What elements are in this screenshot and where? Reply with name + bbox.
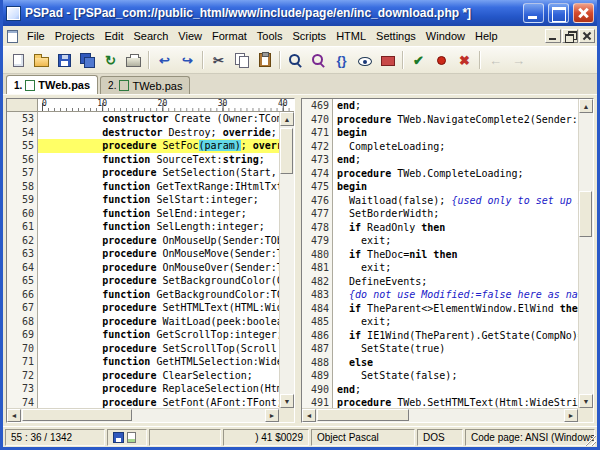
code-page[interactable]: Code page: ANSI (Windows) xyxy=(465,429,595,446)
code-line[interactable]: function SelStart:integer; xyxy=(38,193,279,207)
code-line[interactable]: destructor Destroy; override; xyxy=(38,126,279,140)
code-line[interactable]: if ReadOnly then xyxy=(333,221,578,235)
menu-settings[interactable]: Settings xyxy=(371,27,421,45)
code-line[interactable]: constructor Create (Owner:TComp xyxy=(38,112,279,126)
code-line[interactable]: procedure SetFont(AFont:TFont; xyxy=(38,396,279,409)
code-line[interactable]: procedure SetScrollTop(Scroll xyxy=(38,342,279,356)
minimize-button[interactable] xyxy=(523,3,544,23)
scroll-track[interactable] xyxy=(21,409,265,422)
paste-button[interactable] xyxy=(253,49,276,71)
code-line[interactable]: SetState(false); xyxy=(333,369,578,383)
code-line[interactable]: {do not use Modified:=false here as navi xyxy=(333,288,578,302)
menu-scripts[interactable]: Scripts xyxy=(288,27,332,45)
right-vscrollbar[interactable]: ▲ ▼ xyxy=(578,99,593,408)
code-line[interactable]: procedure SetSelection(Start, xyxy=(38,166,279,180)
code-line[interactable]: if TheParent<>ElementWindow.ElWind then xyxy=(333,302,578,316)
find-replace-button[interactable] xyxy=(307,49,330,71)
code-line[interactable]: procedure OnMouseUp(Sender:TOb xyxy=(38,234,279,248)
scroll-left-button[interactable]: ◄ xyxy=(7,409,21,422)
cut-button[interactable]: ✂ xyxy=(207,49,230,71)
scroll-right-button[interactable]: ► xyxy=(564,409,578,422)
help-book-button[interactable] xyxy=(376,49,399,71)
code-line[interactable]: if TheDoc=nil then xyxy=(333,248,578,262)
scroll-thumb[interactable] xyxy=(579,191,592,237)
code-explorer-button[interactable]: {} xyxy=(330,49,353,71)
scroll-right-button[interactable]: ► xyxy=(265,409,279,422)
code-line[interactable]: procedure OnMouseOver(Sender:T xyxy=(38,261,279,275)
menu-file[interactable]: File xyxy=(22,27,50,45)
left-vscrollbar[interactable]: ▲ ▼ xyxy=(279,112,294,408)
close-button[interactable] xyxy=(573,3,594,23)
menu-search[interactable]: Search xyxy=(128,27,173,45)
menu-projects[interactable]: Projects xyxy=(50,27,100,45)
menu-format[interactable]: Format xyxy=(207,27,252,45)
mdi-restore-button[interactable] xyxy=(562,29,578,43)
code-line[interactable]: procedure ClearSelection; xyxy=(38,369,279,383)
code-line[interactable]: begin xyxy=(333,180,578,194)
spell-check-button[interactable]: ✔ xyxy=(407,49,430,71)
save-all-button[interactable] xyxy=(76,49,99,71)
code-line[interactable]: function GetBackgroundColor:TC xyxy=(38,288,279,302)
mdi-close-button[interactable] xyxy=(579,29,595,43)
close-file-button[interactable]: ✖ xyxy=(453,49,476,71)
code-line[interactable]: end; xyxy=(333,99,578,113)
scroll-track[interactable] xyxy=(579,113,593,394)
scroll-thumb[interactable] xyxy=(22,409,132,421)
line-endings[interactable]: DOS xyxy=(417,429,463,446)
code-line[interactable]: exit; xyxy=(333,234,578,248)
scroll-up-button[interactable]: ▲ xyxy=(579,99,593,113)
code-line[interactable]: function SelEnd:integer; xyxy=(38,207,279,221)
code-line[interactable]: exit; xyxy=(333,261,578,275)
open-file-button[interactable] xyxy=(30,49,53,71)
menu-help[interactable]: Help xyxy=(470,27,503,45)
left-hscrollbar[interactable]: ◄ ► xyxy=(7,408,279,422)
find-button[interactable] xyxy=(284,49,307,71)
code-line[interactable]: CompleteLoading; xyxy=(333,140,578,154)
code-line[interactable]: function GetScrollTop:integer; xyxy=(38,328,279,342)
tab-1.TWeb.pas[interactable]: 1.TWeb.pas xyxy=(6,75,98,94)
code-line[interactable]: DefineEvents; xyxy=(333,275,578,289)
code-line[interactable]: procedure ReplaceSelection(Htm xyxy=(38,382,279,396)
code-line[interactable]: end; xyxy=(333,153,578,167)
code-line[interactable]: function GetHTMLSelection:Wide xyxy=(38,355,279,369)
scroll-down-button[interactable]: ▼ xyxy=(280,394,294,408)
code-line[interactable]: SetBorderWidth; xyxy=(333,207,578,221)
syntax-highlighter[interactable]: Object Pascal xyxy=(311,429,415,446)
previous-change-button[interactable]: ← xyxy=(484,49,507,71)
copy-button[interactable] xyxy=(230,49,253,71)
code-line[interactable]: procedure OnMouseMove(Sender:T xyxy=(38,247,279,261)
code-line[interactable]: SetState(true) xyxy=(333,342,578,356)
preview-button[interactable] xyxy=(353,49,376,71)
scroll-left-button[interactable]: ◄ xyxy=(302,409,316,422)
code-line[interactable]: function GetTextRange:IHtmlTxt xyxy=(38,180,279,194)
code-line[interactable]: begin xyxy=(333,126,578,140)
scroll-track[interactable] xyxy=(316,409,564,422)
reopen-file-button[interactable]: ↻ xyxy=(99,49,122,71)
code-line[interactable]: function SelLength:integer; xyxy=(38,220,279,234)
code-line[interactable]: procedure SetBackgroundColor(C xyxy=(38,274,279,288)
code-line[interactable]: procedure WaitLoad(peek:boolea xyxy=(38,315,279,329)
right-code[interactable]: end;procedure TWeb.NavigateComplete2(Sen… xyxy=(333,99,578,408)
code-line[interactable]: end; xyxy=(333,383,578,397)
next-change-button[interactable]: → xyxy=(507,49,530,71)
menu-tools[interactable]: Tools xyxy=(252,27,288,45)
record-macro-button[interactable] xyxy=(430,49,453,71)
menu-html[interactable]: HTML xyxy=(331,27,371,45)
code-line[interactable]: Waitload(false); {used only to set up in xyxy=(333,194,578,208)
scroll-thumb[interactable] xyxy=(317,409,409,421)
code-line[interactable]: procedure SetHTMLText(HTML:Wid xyxy=(38,301,279,315)
code-line[interactable]: else xyxy=(333,356,578,370)
tab-2.TWeb.pas[interactable]: 2.TWeb.pas xyxy=(100,76,190,94)
code-line[interactable]: function SourceText:string; xyxy=(38,153,279,167)
mdi-minimize-button[interactable] xyxy=(545,29,561,43)
undo-button[interactable]: ↩ xyxy=(153,49,176,71)
code-line[interactable]: procedure TWeb.SetHTMLText(Html:WideStri… xyxy=(333,396,578,408)
redo-button[interactable]: ↪ xyxy=(176,49,199,71)
scroll-track[interactable] xyxy=(280,126,294,394)
scroll-up-button[interactable]: ▲ xyxy=(280,112,294,126)
code-line[interactable]: procedure TWeb.CompleteLoading; xyxy=(333,167,578,181)
maximize-button[interactable] xyxy=(548,3,569,23)
right-hscrollbar[interactable]: ◄ ► xyxy=(302,408,578,422)
menu-view[interactable]: View xyxy=(173,27,207,45)
print-button[interactable] xyxy=(122,49,145,71)
